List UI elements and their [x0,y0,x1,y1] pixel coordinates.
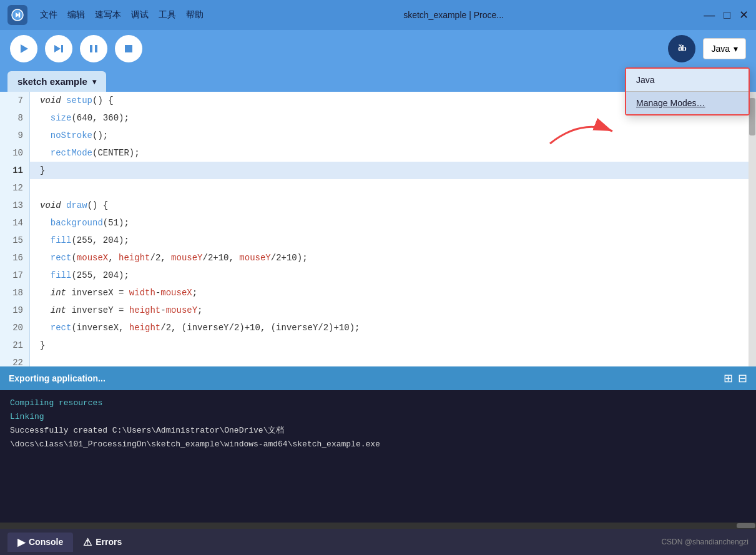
console-line-2: Linking [10,410,746,424]
app-logo [7,5,27,25]
dropdown-arrow-icon: ▾ [734,44,738,54]
code-line-22 [40,354,746,366]
code-line-15: fill(255, 204); [40,232,746,249]
code-line-21: } [40,336,746,354]
code-line-18: int inverseX = width-mouseX; [40,284,746,302]
dropdown-item-manage-modes[interactable]: Manage Modes… [626,91,749,114]
svg-rect-4 [90,45,92,52]
pause-button[interactable] [80,35,107,62]
code-editor: 7 8 9 10 11 12 13 14 15 16 17 18 19 20 2… [0,92,756,366]
console-line-3: Successfully created C:\Users\Administra… [10,424,746,438]
errors-tab-icon: ⚠ [83,536,92,548]
step-button[interactable] [45,35,72,62]
line-num-9: 9 [6,127,23,144]
java-dropdown[interactable]: Java ▾ [703,38,746,59]
code-line-19: int inverseY = height-mouseY; [40,302,746,319]
tab-label: sketch example [17,76,87,87]
code-line-16: rect(mouseX, height/2, mouseY/2+10, mous… [40,249,746,267]
line-num-10: 10 [6,144,23,162]
bottom-tab-bar: ▶ Console ⚠ Errors CSDN @shandianchengzi [0,529,756,555]
console-minimize-icon[interactable]: ⊟ [738,371,747,385]
window-title: sketch_example | Proce... [216,10,691,20]
scrollbar-thumb [749,98,755,135]
toolbar: ðb Java ▾ [0,30,756,67]
close-button[interactable]: ✕ [739,9,749,21]
line-num-16: 16 [6,249,23,267]
svg-rect-3 [61,45,63,52]
console-status: Exporting application... [9,373,719,383]
line-num-21: 21 [6,336,23,354]
console-expand-icon[interactable]: ⊞ [724,371,733,385]
svg-rect-6 [125,45,132,52]
java-dropdown-button[interactable]: Java ▾ [703,38,746,59]
line-numbers: 7 8 9 10 11 12 13 14 15 16 17 18 19 20 2… [0,92,30,366]
line-num-18: 18 [6,284,23,302]
menu-help[interactable]: 帮助 [186,9,204,21]
line-num-14: 14 [6,214,23,232]
console-line-4: \docs\class\101_ProcessingOn\sketch_exam… [10,438,746,451]
window-controls: — □ ✕ [704,9,749,21]
menu-sketch[interactable]: 速写本 [95,9,121,21]
code-line-9: noStroke(); [40,127,746,144]
errors-tab-label: Errors [96,537,122,547]
code-line-14: background(51); [40,214,746,232]
tab-errors[interactable]: ⚠ Errors [73,533,132,552]
code-line-10: rectMode(CENTER); [40,144,746,162]
line-num-22: 22 [6,354,23,371]
menu-edit[interactable]: 编辑 [67,9,85,21]
line-num-13: 13 [6,197,23,214]
line-num-12: 12 [6,179,23,197]
menu-tools[interactable]: 工具 [159,9,176,21]
tab-console[interactable]: ▶ Console [7,533,73,552]
tab-arrow-icon: ▾ [92,77,96,86]
svg-rect-5 [95,45,97,52]
code-line-20: rect(inverseX, height/2, (inverseY/2)+10… [40,319,746,336]
watermark-text: CSDN @shandianchengzi [661,538,749,546]
code-text[interactable]: void setup() { size(640, 360); noStroke(… [30,92,756,366]
dropdown-item-java[interactable]: Java [626,69,749,91]
console-output: Compiling resources Linking Successfully… [0,390,756,523]
line-num-8: 8 [6,109,23,127]
play-button[interactable] [10,35,37,62]
code-line-17: fill(255, 204); [40,267,746,284]
java-dropdown-popup: Java Manage Modes… [625,67,750,115]
console-bar-icons: ⊞ ⊟ [724,371,747,385]
line-num-7: 7 [6,92,23,109]
console-tab-icon: ▶ [17,536,25,548]
minimize-button[interactable]: — [704,9,715,21]
console-bar: Exporting application... ⊞ ⊟ [0,366,756,390]
line-num-15: 15 [6,232,23,249]
stop-button[interactable] [115,35,142,62]
java-label: Java [711,44,730,54]
mode-button[interactable]: ðb [668,35,695,62]
line-num-20: 20 [6,319,23,336]
svg-marker-2 [54,45,61,52]
maximize-button[interactable]: □ [724,9,730,21]
title-bar: 文件 编辑 速写本 调试 工具 帮助 sketch_example | Proc… [0,0,756,30]
code-line-13: void draw() { [40,197,746,214]
code-scrollbar[interactable] [749,92,756,366]
line-num-11: 11 [6,162,23,179]
console-tab-label: Console [29,537,63,547]
menu-bar: 文件 编辑 速写本 调试 工具 帮助 [40,9,204,21]
console-scrollbar[interactable] [0,523,756,529]
console-scrollbar-thumb [737,523,755,528]
svg-marker-1 [21,44,28,53]
code-line-11: } [30,162,756,179]
code-line-12 [40,179,746,197]
sketch-tab[interactable]: sketch example ▾ [7,71,106,92]
line-num-17: 17 [6,267,23,284]
line-num-19: 19 [6,302,23,319]
console-line-1: Compiling resources [10,396,746,410]
menu-file[interactable]: 文件 [40,9,57,21]
menu-debug[interactable]: 调试 [131,9,149,21]
